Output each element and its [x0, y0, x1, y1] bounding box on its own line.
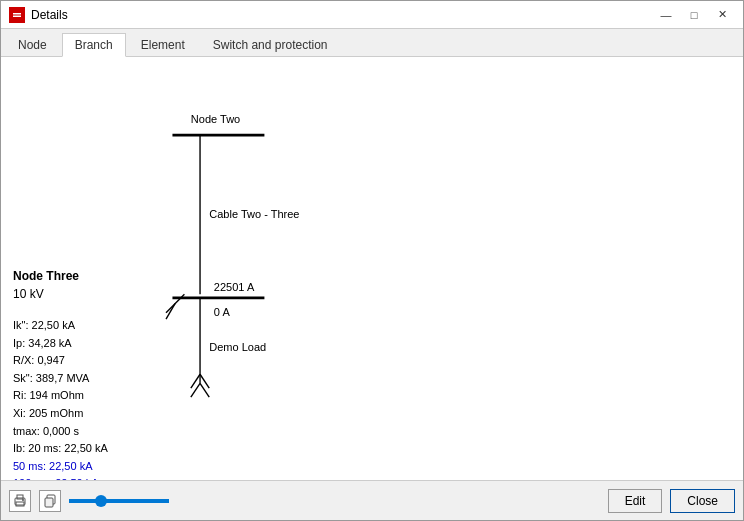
tab-branch[interactable]: Branch [62, 33, 126, 57]
main-window: Details — □ ✕ Node Branch Element Switch… [0, 0, 744, 521]
svg-rect-0 [11, 9, 23, 21]
current-bottom: 0 A [214, 306, 231, 318]
minimize-button[interactable]: — [653, 5, 679, 25]
tab-bar: Node Branch Element Switch and protectio… [1, 29, 743, 57]
node-two-label: Node Two [191, 113, 240, 125]
tab-switch[interactable]: Switch and protection [200, 33, 341, 56]
svg-rect-2 [13, 15, 21, 17]
bottom-left [9, 490, 169, 512]
diagram-svg: Node Two Cable Two - Three 22501 A 0 A D… [1, 57, 743, 480]
copy-icon[interactable] [39, 490, 61, 512]
maximize-button[interactable]: □ [681, 5, 707, 25]
zoom-slider[interactable] [69, 499, 169, 503]
bottom-bar: Edit Close [1, 480, 743, 520]
title-bar-left: Details [9, 7, 68, 23]
cable-label: Cable Two - Three [209, 208, 299, 220]
bottom-right: Edit Close [608, 489, 735, 513]
demo-load-label: Demo Load [209, 341, 266, 353]
app-icon [9, 7, 25, 23]
close-button[interactable]: Close [670, 489, 735, 513]
svg-point-16 [22, 499, 24, 501]
window-controls: — □ ✕ [653, 5, 735, 25]
edit-button[interactable]: Edit [608, 489, 663, 513]
svg-rect-1 [13, 13, 21, 15]
tab-node[interactable]: Node [5, 33, 60, 56]
zoom-slider-container [69, 499, 169, 503]
tab-element[interactable]: Element [128, 33, 198, 56]
title-bar: Details — □ ✕ [1, 1, 743, 29]
content-area: Node Three 10 kV Ik": 22,50 kA Ip: 34,28… [1, 57, 743, 480]
window-close-button[interactable]: ✕ [709, 5, 735, 25]
current-top: 22501 A [214, 281, 255, 293]
svg-rect-18 [45, 498, 53, 507]
print-icon[interactable] [9, 490, 31, 512]
window-title: Details [31, 8, 68, 22]
